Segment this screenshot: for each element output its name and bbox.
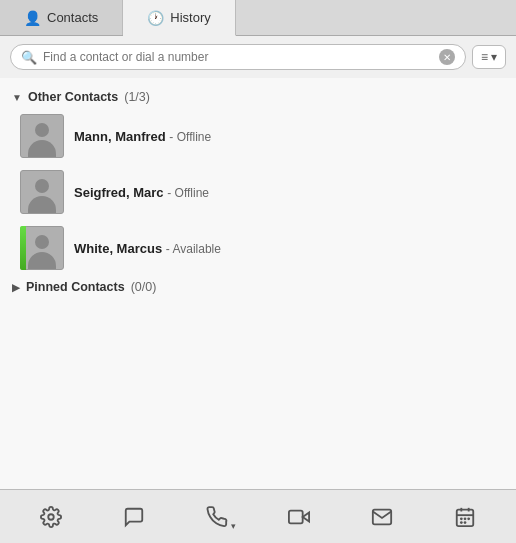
- settings-button[interactable]: [29, 498, 73, 536]
- chat-button[interactable]: [112, 498, 156, 536]
- search-input[interactable]: [43, 50, 433, 64]
- view-options-icon: ≡: [481, 50, 488, 64]
- section-count-pinned-contacts: (0/0): [131, 280, 157, 294]
- view-options-arrow: ▾: [491, 50, 497, 64]
- contact-name: Seigfred, Marc - Offline: [74, 185, 209, 200]
- contact-status: - Available: [166, 242, 221, 256]
- bottom-toolbar: ▾: [0, 489, 516, 543]
- search-clear-button[interactable]: ✕: [439, 49, 455, 65]
- contact-status: - Offline: [169, 130, 211, 144]
- section-label-other-contacts: Other Contacts: [28, 90, 118, 104]
- contact-info-seigfred-marc: Seigfred, Marc - Offline: [74, 183, 500, 201]
- section-header-pinned-contacts[interactable]: ▶ Pinned Contacts (0/0): [0, 276, 516, 298]
- contact-item-seigfred-marc[interactable]: Seigfred, Marc - Offline: [0, 164, 516, 220]
- tab-contacts-label: Contacts: [47, 10, 98, 25]
- section-count-other-contacts: (1/3): [124, 90, 150, 104]
- contact-item-white-marcus[interactable]: White, Marcus - Available: [0, 220, 516, 276]
- svg-marker-1: [303, 512, 309, 521]
- svg-rect-2: [289, 510, 303, 523]
- contact-status: - Offline: [167, 186, 209, 200]
- svg-point-0: [49, 514, 55, 520]
- contact-name: White, Marcus - Available: [74, 241, 221, 256]
- section-arrow-other-contacts: ▼: [12, 92, 22, 103]
- contact-name: Mann, Manfred - Offline: [74, 129, 211, 144]
- search-icon: 🔍: [21, 50, 37, 65]
- calendar-button[interactable]: [443, 498, 487, 536]
- section-label-pinned-contacts: Pinned Contacts: [26, 280, 125, 294]
- phone-button[interactable]: ▾: [195, 498, 239, 536]
- view-options-button[interactable]: ≡ ▾: [472, 45, 506, 69]
- history-icon: 🕐: [147, 10, 164, 26]
- contact-info-white-marcus: White, Marcus - Available: [74, 239, 500, 257]
- tab-history[interactable]: 🕐 History: [123, 0, 235, 36]
- avatar-seigfred-marc: [20, 170, 64, 214]
- section-arrow-pinned-contacts: ▶: [12, 282, 20, 293]
- section-header-other-contacts[interactable]: ▼ Other Contacts (1/3): [0, 86, 516, 108]
- tab-contacts[interactable]: 👤 Contacts: [0, 0, 123, 35]
- search-bar: 🔍 ✕ ≡ ▾: [0, 36, 516, 78]
- tab-bar: 👤 Contacts 🕐 History: [0, 0, 516, 36]
- search-input-wrapper: 🔍 ✕: [10, 44, 466, 70]
- contact-item-mann-manfred[interactable]: Mann, Manfred - Offline: [0, 108, 516, 164]
- video-button[interactable]: [277, 498, 321, 536]
- person-icon: 👤: [24, 10, 41, 26]
- phone-dropdown-arrow: ▾: [231, 521, 236, 531]
- avatar-white-marcus: [20, 226, 64, 270]
- mail-button[interactable]: [360, 498, 404, 536]
- tab-history-label: History: [170, 10, 210, 25]
- avatar-mann-manfred: [20, 114, 64, 158]
- contact-info-mann-manfred: Mann, Manfred - Offline: [74, 127, 500, 145]
- contact-list: ▼ Other Contacts (1/3) Mann, Manfred - O…: [0, 78, 516, 489]
